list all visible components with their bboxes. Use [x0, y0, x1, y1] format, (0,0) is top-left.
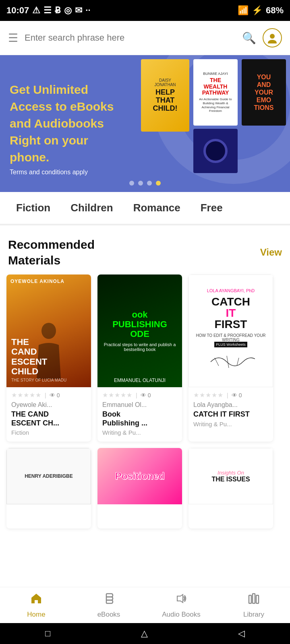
stars-publishing: ★★★★★	[102, 391, 133, 399]
tab-children[interactable]: Children	[62, 192, 121, 224]
cover-author-publishing: EMMANUEL OLATUNJI	[114, 378, 166, 383]
cover-title1-insights: Insights On	[218, 470, 244, 476]
pipe-candescent: |	[45, 392, 46, 398]
views-publishing: 👁 0	[141, 392, 151, 398]
book-author-publishing: Emmanuel Ol...	[102, 401, 177, 409]
banner-book-you-emotions: YOUANDYOUREMOTIONS	[242, 59, 286, 126]
book-cover-henry: HENRY ADERIBIGBE	[6, 448, 91, 504]
banner-book-you-title: YOUANDYOUREMOTIONS	[254, 73, 274, 112]
views-catch: 👁 0	[232, 392, 242, 398]
view-all-link[interactable]: View	[260, 247, 282, 258]
ebooks-nav-icon	[102, 592, 115, 608]
pipe-catch: |	[227, 392, 228, 398]
hamburger-menu-icon[interactable]: ☰	[8, 31, 18, 45]
status-right: 📶 ⚡ 68%	[238, 5, 284, 16]
banner-book-help-author: DAISYJONATHAN	[154, 78, 176, 87]
dot-2[interactable]	[138, 181, 143, 186]
cover-subtitle-candescent: THE STORY OF LUCIA MADU	[11, 378, 86, 382]
svg-rect-6	[256, 595, 259, 603]
book-grid-row2: HENRY ADERIBIGBE Positioned Insights On …	[0, 448, 290, 535]
book-card-positioned[interactable]: Positioned	[97, 448, 182, 528]
android-home-button[interactable]: △	[141, 628, 148, 639]
nav-item-audiobooks[interactable]: Audio Books	[145, 587, 218, 623]
category-tabs: Fiction Children Romance Free	[0, 192, 290, 225]
book-author-candescent: Oyewole Aki...	[11, 401, 86, 409]
book-cover-positioned: Positioned	[97, 448, 182, 504]
bottom-navigation: Home eBooks Audio Books	[0, 587, 290, 623]
book-genre-candescent: Fiction	[11, 429, 86, 436]
cover-subtitle-publishing: Practical steps to write and publish a b…	[102, 342, 177, 352]
audiobooks-nav-icon	[175, 592, 188, 608]
user-avatar-button[interactable]	[263, 28, 282, 47]
android-back-button[interactable]: ◁	[238, 628, 245, 639]
time-display: 10:07	[6, 5, 29, 16]
dots-icon: ··	[85, 5, 90, 16]
banner-book-help-title: HELPTHATCHILD!	[153, 89, 178, 112]
banner-book-covers: DAISYJONATHAN HELPTHATCHILD! BUNMIE AJAY…	[141, 59, 286, 173]
banner-headline: Get Unlimited Access to eBooks and Audio…	[10, 81, 122, 166]
tab-free[interactable]: Free	[193, 192, 231, 224]
cover-bg-catch: LOLA AYANGBAYI, PhD CATCHITFIRST HOW TO …	[188, 275, 273, 387]
cover-title-candescent: THECANDESCENTCHILD	[11, 337, 86, 376]
banner-book-wealth-pathway: BUNMIE AJAYI THEWEALTHPATHWAY An Actiona…	[193, 59, 238, 126]
book-cover-insights: Insights On THE ISSUES	[188, 448, 273, 504]
status-bar: 10:07 ⚠ ☰ Ƀ ◎ ✉ ·· 📶 ⚡ 68%	[0, 0, 290, 21]
nav-label-ebooks: eBooks	[97, 611, 120, 619]
book-cover-catch: LOLA AYANGBAYI, PhD CATCHITFIRST HOW TO …	[188, 275, 273, 387]
battery-percent: 68%	[266, 5, 284, 16]
pipe-publishing: |	[136, 392, 137, 398]
svg-point-2	[41, 323, 56, 339]
instagram-icon: ◎	[64, 5, 72, 16]
cover-bg-candescent: OYEWOLE AKINOLA THECANDESCENTCHILD THE S…	[6, 275, 91, 387]
book-genre-publishing: Writing & Pu...	[102, 429, 177, 436]
nav-item-home[interactable]: Home	[0, 587, 72, 623]
android-recent-button[interactable]: □	[45, 628, 50, 639]
cover-bg-positioned: Positioned	[97, 448, 182, 504]
book-cover-candescent: OYEWOLE AKINOLA THECANDESCENTCHILD THE S…	[6, 275, 91, 387]
home-nav-icon	[30, 592, 43, 608]
crypto-icon: Ƀ	[55, 5, 61, 16]
book-info-publishing: ★★★★★ | 👁 0 Emmanuel Ol... BookPublishin…	[97, 387, 182, 442]
cover-author-candescent: OYEWOLE AKINOLA	[10, 279, 87, 284]
status-left: 10:07 ⚠ ☰ Ƀ ◎ ✉ ··	[6, 5, 91, 16]
search-input[interactable]	[25, 33, 236, 43]
banner-book-circle-design	[203, 139, 228, 163]
tab-fiction[interactable]: Fiction	[8, 192, 58, 224]
cover-title2-insights: THE ISSUES	[211, 476, 250, 483]
nav-label-audiobooks: Audio Books	[162, 611, 200, 619]
book-card-catch[interactable]: LOLA AYANGBAYI, PhD CATCHITFIRST HOW TO …	[188, 275, 273, 442]
stars-catch: ★★★★★	[193, 391, 224, 399]
nav-item-ebooks[interactable]: eBooks	[72, 587, 145, 623]
book-card-publishing[interactable]: ookPUBLISHINGODE Practical steps to writ…	[97, 275, 182, 442]
promotional-banner: Get Unlimited Access to eBooks and Audio…	[0, 55, 290, 192]
eye-icon-candescent: 👁	[50, 392, 55, 398]
views-candescent: 👁 0	[50, 392, 60, 398]
nav-label-library: Library	[243, 611, 264, 619]
book-genre-catch: Writing & Pu...	[193, 421, 268, 427]
dot-3[interactable]	[147, 181, 152, 186]
cover-bg-publishing: ookPUBLISHINGODE Practical steps to writ…	[97, 275, 182, 387]
android-navigation-bar: □ △ ◁	[0, 623, 290, 644]
catch-scribble-decoration	[207, 350, 255, 374]
nav-label-home: Home	[27, 611, 45, 619]
library-nav-icon	[247, 592, 260, 608]
book-title-catch: CATCH IT FIRST	[193, 410, 268, 419]
banner-book-wealth-subtitle: An Actionable Guide to Building Wealth &…	[196, 97, 235, 113]
battery-charging-icon: ⚡	[252, 5, 263, 16]
book-card-henry[interactable]: HENRY ADERIBIGBE	[6, 448, 91, 528]
book-card-insights[interactable]: Insights On THE ISSUES	[188, 448, 273, 528]
dot-1[interactable]	[129, 181, 134, 186]
eye-icon-publishing: 👁	[141, 392, 146, 398]
nav-item-library[interactable]: Library	[218, 587, 290, 623]
book-cover-publishing: ookPUBLISHINGODE Practical steps to writ…	[97, 275, 182, 387]
signal-icon: 📶	[238, 5, 249, 16]
svg-marker-3	[177, 594, 183, 603]
dot-4-active[interactable]	[156, 181, 161, 186]
cover-bg-insights: Insights On THE ISSUES	[188, 448, 273, 504]
banner-disclaimer: Terms and conditions apply	[10, 169, 88, 176]
search-icon[interactable]: 🔍	[242, 31, 256, 45]
tab-romance[interactable]: Romance	[125, 192, 188, 224]
search-bar: ☰ 🔍	[0, 21, 290, 55]
book-card-candescent[interactable]: OYEWOLE AKINOLA THECANDESCENTCHILD THE S…	[6, 275, 91, 442]
svg-point-0	[270, 34, 275, 39]
